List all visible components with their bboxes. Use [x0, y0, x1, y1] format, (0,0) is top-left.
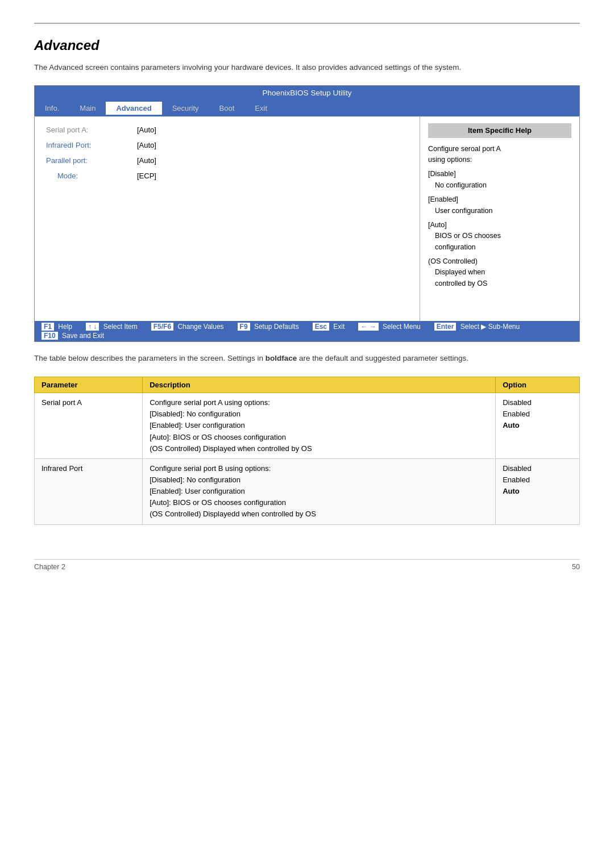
footer-f9: F9 Setup Defaults: [238, 323, 299, 332]
nav-item-advanced[interactable]: Advanced: [106, 102, 161, 115]
bios-setup-box: PhoenixBIOS Setup Utility Info. Main Adv…: [34, 85, 580, 342]
desc-serial-port-a: Configure serial port A using options: […: [143, 393, 496, 459]
bios-left-panel: Serial port A: [Auto] InfraredI Port: [A…: [35, 116, 420, 321]
serial-port-a-value: [Auto]: [137, 126, 156, 134]
footer-f5f6: F5/F6 Change Values: [151, 323, 224, 332]
bios-item-infrared-port[interactable]: InfraredI Port: [Auto]: [44, 137, 410, 153]
mode-label: Mode:: [46, 172, 137, 180]
page-title: Advanced: [34, 37, 580, 53]
table-row: Serial port A Configure serial port A us…: [35, 393, 580, 459]
footer-enter: Enter Select ▶ Sub-Menu: [434, 323, 520, 332]
nav-item-info[interactable]: Info.: [35, 102, 69, 115]
footer-lr-arrows: ← → Select Menu: [358, 323, 420, 332]
option-infrared-port: Disabled Enabled Auto: [496, 458, 580, 524]
parallel-port-label: Parallel port:: [46, 156, 137, 165]
bios-right-panel: Item Specific Help Configure seroal port…: [420, 116, 579, 321]
footer-arrows: ↑ ↓ Select Item: [86, 323, 138, 332]
parameter-table: Parameter Description Option Serial port…: [34, 377, 580, 524]
footer-f1: F1 Help: [42, 323, 72, 332]
nav-item-boot[interactable]: Boot: [209, 102, 245, 115]
bios-footer: F1 Help ↑ ↓ Select Item F5/F6 Change Val…: [35, 321, 579, 341]
bios-help-title: Item Specific Help: [428, 123, 571, 138]
page-footer: Chapter 2 50: [34, 559, 580, 571]
option-serial-port-a: Disabled Enabled Auto: [496, 393, 580, 459]
bios-item-serial-port-a[interactable]: Serial port A: [Auto]: [44, 122, 410, 137]
bios-title-bar: PhoenixBIOS Setup Utility: [35, 86, 579, 100]
param-serial-port-a: Serial port A: [35, 393, 143, 459]
parallel-port-value: [Auto]: [137, 156, 156, 165]
bios-help-text: Configure seroal port A using options: […: [428, 144, 571, 290]
option-auto-bold: Auto: [503, 421, 520, 429]
nav-item-exit[interactable]: Exit: [244, 102, 277, 115]
mode-value: [ECP]: [137, 172, 156, 180]
footer-chapter: Chapter 2: [34, 563, 65, 571]
infrared-port-label: InfraredI Port:: [46, 141, 137, 149]
after-bios-text: The table below describes the parameters…: [34, 352, 580, 365]
bios-nav-bar: Info. Main Advanced Security Boot Exit: [35, 100, 579, 116]
desc-infrared-port: Configure serial port B using options: […: [143, 458, 496, 524]
nav-item-security[interactable]: Security: [162, 102, 209, 115]
bios-item-parallel-port[interactable]: Parallel port: [Auto]: [44, 153, 410, 168]
footer-f10: F10 Save and Exit: [42, 332, 104, 340]
infrared-port-value: [Auto]: [137, 141, 156, 149]
intro-text: The Advanced screen contains parameters …: [34, 61, 580, 74]
option-auto-infrared-bold: Auto: [503, 487, 520, 495]
footer-esc: Esc Exit: [313, 323, 345, 332]
footer-page: 50: [572, 563, 580, 571]
bios-content: Serial port A: [Auto] InfraredI Port: [A…: [35, 116, 579, 321]
col-header-parameter: Parameter: [35, 377, 143, 393]
nav-item-main[interactable]: Main: [69, 102, 106, 115]
param-infrared-port: Infrared Port: [35, 458, 143, 524]
col-header-description: Description: [143, 377, 496, 393]
table-row: Infrared Port Configure serial port B us…: [35, 458, 580, 524]
serial-port-a-label: Serial port A:: [46, 126, 137, 134]
bios-item-mode[interactable]: Mode: [ECP]: [44, 168, 410, 183]
col-header-option: Option: [496, 377, 580, 393]
